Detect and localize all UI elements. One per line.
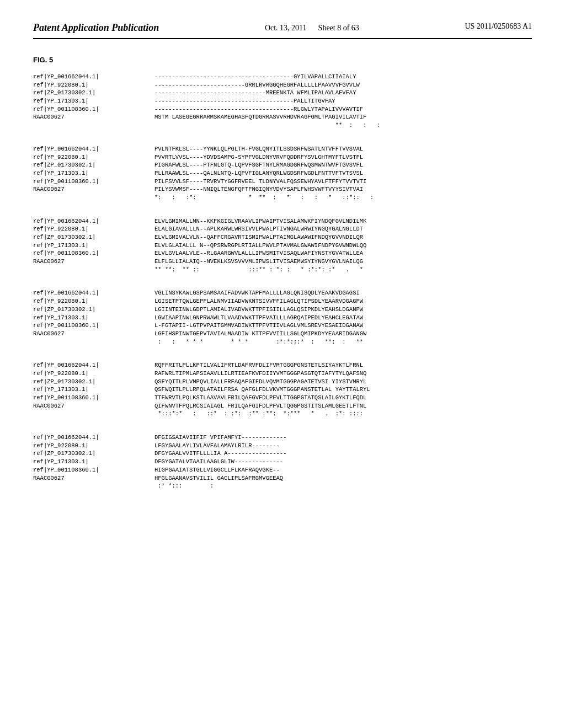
seq-data: RQFFRITLPLLKPTILVALIFRTLDAFRVFDLIFVMTGGG… [154,361,532,370]
seq-data: QSFWQITLPLLRPQLATAILFRSA QAFGLFDLVKVMTGG… [154,386,532,394]
seq-data: LGFIHSPINWTGEPVTAVIALMAADIW KTTPFVVIILLS… [154,330,532,338]
seq-label: ref|YP_922080.1| [33,370,154,378]
seq-data: L-FGTAPII-LGTPVPAITGMMVADIWKTTPFVTIIVLAG… [154,322,532,330]
seq-row: ref|YP_922080.1|RAFWRLTIPMLAPSIAAVLLILRT… [33,370,532,378]
seq-label: ref|YP_001108360.1| [33,466,154,474]
consensus-row: *: : :*: * ** : * : : * ::*:: : [33,194,532,202]
seq-data: --------------------------GRRLRVRGGQHEGR… [154,81,532,89]
seq-label: ref|YP_001662044.1| [33,73,154,81]
seq-label: ref|YP_171303.1| [33,97,154,105]
seq-label: ref|YP_171303.1| [33,314,154,322]
seq-row: RAAC00627PILYSVWMSF----NNIQLTENGFQFTFNGI… [33,185,532,194]
seq-row: ref|YP_922080.1|LFGYGAALAYLIVLAVFALAMAYL… [33,442,532,450]
seq-row: ref|YP_171303.1|DFGYGATALVTAAILAAGLGLIW-… [33,458,532,466]
seq-label: ref|YP_171303.1| [33,169,154,178]
seq-data: DFGYGAALVVITFLLLLIA A----------------- [154,449,532,458]
seq-label: ref|YP_171303.1| [33,386,154,394]
page: Patent Application Publication Oct. 13, … [0,0,565,728]
publication-label: Patent Application Publication [33,22,159,34]
seq-row: ref|YP_001108360.1|TTFWRVTLPQLKSTLAAVAVL… [33,394,532,402]
seq-label: ref|YP_001108360.1| [33,105,154,114]
seq-row: ref|YP_001662044.1|VGLINSYKAWLGSPSAMSAAI… [33,289,532,297]
seq-label: ref|YP_001108360.1| [33,178,154,186]
seq-data: QSFYQITLPLVMPQVLIALLFRFAQAFGIFDLVQVMTGGG… [154,378,532,386]
consensus-row: : : * * * * * * :*:*:;:* : **: : ** [33,338,532,346]
seq-label: ref|ZP_01730302.1| [33,449,154,458]
seq-label: ref|ZP_01730302.1| [33,378,154,386]
consensus-data: ** : : : [154,121,532,130]
seq-data: MSTM LASEGEGRRARMSKAMEGHASFQTDGRRASVVRHD… [154,113,532,121]
seq-row: ref|ZP_01730302.1|----------------------… [33,89,532,97]
seq-row: ref|YP_922080.1|LGISETPTQWLGEPFLALNMVIIA… [33,297,532,306]
seq-label: ref|YP_001108360.1| [33,249,154,258]
consensus-label [33,482,154,490]
seq-row: ref|YP_171303.1|LGWIAAPINWLGNPRWAWLTLVAA… [33,314,532,322]
consensus-data: *:::*:* : ::* : :*: :** :**: *:*** * . :… [154,410,532,418]
seq-data: PIGRAFWLSL----PTFNLGTQ-LQPVFSGFTNYLRMAGD… [154,161,532,169]
seq-data: DFGYGATALVTAAILAAGLGLIW-------------- [154,458,532,466]
seq-data: LGIINTEINWLGDPTLAMIALIVADVWKTTPFISIILLAG… [154,306,532,314]
seq-row: ref|YP_001108360.1|L-FGTAPII-LGTPVPAITGM… [33,322,532,330]
seq-row: ref|ZP_01730302.1|PIGRAFWLSL----PTFNLGTQ… [33,161,532,169]
seq-row: ref|YP_001108360.1|ELVLGVLAALVLE--RLGAAR… [33,249,532,258]
seq-row: ref|YP_001662044.1|DFGIGSAIAVIIFIF VPIFA… [33,433,532,442]
seq-data: ELFLGLLIALAIQ--NVEKLKSVSVVVMLIPWSLITVISA… [154,258,532,266]
consensus-row: ** : : : [33,121,532,130]
seq-label: ref|ZP_01730302.1| [33,306,154,314]
seq-data: ELVLGMIVALVLN--QAFFCRGAVRTISMIPWALPTAIMG… [154,233,532,242]
seq-label: ref|YP_922080.1| [33,297,154,306]
seq-data: DFGIGSAIAVIIFIF VPIFAMFYI------------- [154,433,532,442]
consensus-row: :* *::: : [33,482,532,490]
seq-row: RAAC00627MSTM LASEGEGRRARMSKAMEGHASFQTDG… [33,113,532,121]
seq-label: ref|YP_922080.1| [33,81,154,89]
seq-data: PVLNTFKLSL----YYNKLQLPGLTH-FVGLQNYITLSSD… [154,145,532,153]
seq-row: ref|ZP_01730302.1|QSFYQITLPLVMPQVLIALLFR… [33,378,532,386]
seq-row: RAAC00627ELFLGLLIALAIQ--NVEKLKSVSVVVMLIP… [33,258,532,266]
consensus-data: *: : :*: * ** : * : : * ::*:: : [154,194,532,202]
seq-row: ref|YP_001108360.1|---------------------… [33,105,532,114]
seq-row: ref|YP_922080.1|PVVRTLVVSL----YDVDSAMPG-… [33,153,532,162]
seq-label: ref|ZP_01730302.1| [33,233,154,242]
seq-data: ----------------------------------------… [154,73,532,81]
patent-number: US 2011/0250683 A1 [465,22,532,31]
seq-label: ref|YP_171303.1| [33,242,154,250]
seq-label: ref|YP_001662044.1| [33,217,154,226]
seq-data: PILYSVWMSF----NNIQLTENGFQFTFNGIQNYVDVYSA… [154,185,532,194]
seq-row: ref|YP_171303.1|PLLRAAWLSL----QALNLNTQ-L… [33,169,532,178]
seq-label: ref|YP_001108360.1| [33,322,154,330]
seq-data: QIFWNVTFPQLRCSIAIAGL FRILQAFGIFDLPFVLTQG… [154,402,532,410]
seq-row: RAAC00627QIFWNVTFPQLRCSIAIAGL FRILQAFGIF… [33,402,532,410]
seq-data: TTFWRVTLPQLKSTLAAVAVLFRILQAFGVFDLPFVLTTG… [154,394,532,402]
publication-date: Oct. 13, 2011 [265,24,307,32]
consensus-row: *:::*:* : ::* : :*: :** :**: *:*** * . :… [33,410,532,418]
seq-data: ELVLGLAIALLL N--QPSRWRGPLRTIALLPWVLPTAVM… [154,242,532,250]
seq-row: ref|YP_001108360.1|HIGPGAAIATSTGLLVIGGCL… [33,466,532,474]
sequence-block-0: ref|YP_001662044.1|---------------------… [33,73,532,135]
seq-label: ref|YP_922080.1| [33,153,154,162]
seq-data: ELVLGMIMALLMN--KKFKGIGLVRAAVLIPWAIPTVISA… [154,217,532,226]
sequence-block-4: ref|YP_001662044.1|RQFFRITLPLLKPTILVALIF… [33,361,532,424]
consensus-label [33,121,154,130]
consensus-label [33,338,154,346]
sequence-content: ref|YP_001662044.1|---------------------… [33,73,532,496]
seq-label: ref|YP_001662044.1| [33,361,154,370]
seq-data: VGLINSYKAWLGSPSAMSAAIFADVWKTAPFMALLLLAGL… [154,289,532,297]
seq-row: RAAC00627LGFIHSPINWTGEPVTAVIALMAADIW KTT… [33,330,532,338]
seq-label: RAAC00627 [33,258,154,266]
consensus-data: :* *::: : [154,482,532,490]
seq-data: --------------------------------MREENKTA… [154,89,532,97]
seq-label: ref|YP_001662044.1| [33,145,154,153]
consensus-label [33,410,154,418]
seq-label: ref|YP_001662044.1| [33,433,154,442]
seq-label: RAAC00627 [33,113,154,121]
seq-row: ref|YP_922080.1|ELALGIAVALLLN--APLKARWLW… [33,225,532,233]
seq-data: PVVRTLVVSL----YDVDSAMPG-SYPFVGLDNYVRVFQD… [154,153,532,162]
seq-label: RAAC00627 [33,402,154,410]
seq-label: RAAC00627 [33,185,154,194]
seq-data: ELALGIAVALLLN--APLKARWLWRSIVVLPWALPTIVNG… [154,225,532,233]
sequence-block-5: ref|YP_001662044.1|DFGIGSAIAVIIFIF VPIFA… [33,433,532,496]
seq-data: LGISETPTQWLGEPFLALNMVIIADVWKNTSIVVFFILAG… [154,297,532,306]
seq-row: ref|YP_001662044.1|RQFFRITLPLLKPTILVALIF… [33,361,532,370]
seq-label: ref|YP_922080.1| [33,442,154,450]
seq-data: HIGPGAAIATSTGLLVIGGCLLFLKAFRAQVGKE-- [154,466,532,474]
